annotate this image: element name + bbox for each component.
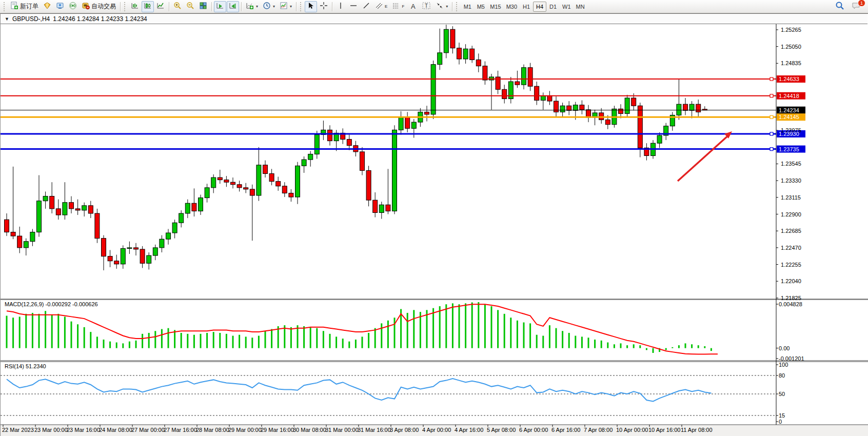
auto-scroll-button[interactable] bbox=[214, 1, 226, 12]
svg-text:1.22255: 1.22255 bbox=[781, 262, 801, 268]
svg-text:1.24835: 1.24835 bbox=[781, 60, 801, 66]
svg-text:100: 100 bbox=[779, 362, 788, 368]
toolbar-separator bbox=[332, 2, 332, 11]
svg-text:1.23330: 1.23330 bbox=[781, 177, 801, 184]
candlestick-icon bbox=[144, 2, 152, 11]
channel-tag: E bbox=[385, 4, 387, 9]
zoom-in-icon bbox=[173, 2, 182, 11]
svg-text:1.23545: 1.23545 bbox=[781, 161, 801, 167]
equidistant-channel-tool-button[interactable]: E bbox=[373, 1, 389, 12]
toolbar-grip[interactable] bbox=[4, 2, 6, 11]
svg-text:10 Apr 00:00: 10 Apr 00:00 bbox=[616, 427, 648, 433]
svg-text:22 Mar 2023: 22 Mar 2023 bbox=[2, 427, 34, 433]
monitor-person-icon bbox=[56, 2, 64, 11]
svg-text:27 Mar 00:00: 27 Mar 00:00 bbox=[131, 427, 165, 433]
chart-profiles-button[interactable] bbox=[41, 1, 53, 12]
timeframe-m1-button[interactable]: M1 bbox=[461, 2, 474, 12]
chart-canvas[interactable]: MACD(12,26,9) -0.000292 -0.000626RSI(14)… bbox=[1, 14, 868, 436]
arrows-icon bbox=[436, 2, 444, 11]
chart-window: ▼ GBPUSD-,H4 1.24246 1.24284 1.24233 1.2… bbox=[0, 13, 868, 436]
svg-text:1.23115: 1.23115 bbox=[781, 194, 801, 201]
timeframe-m15-button[interactable]: M15 bbox=[487, 2, 503, 12]
trendline-icon bbox=[362, 2, 370, 11]
line-chart-type-button[interactable] bbox=[154, 1, 167, 12]
fibonacci-tool-button[interactable]: F bbox=[390, 1, 406, 12]
timeframe-m5-button[interactable]: M5 bbox=[474, 2, 487, 12]
toolbar-separator bbox=[169, 2, 169, 11]
svg-text:1.24145: 1.24145 bbox=[779, 114, 799, 120]
bar-chart-icon bbox=[131, 2, 139, 11]
channel-icon bbox=[375, 2, 383, 11]
toolbar-separator bbox=[241, 2, 242, 11]
crosshair-tool-button[interactable] bbox=[318, 1, 330, 12]
svg-text:0: 0 bbox=[779, 419, 782, 425]
zoom-in-button[interactable] bbox=[171, 1, 184, 12]
svg-text:29 Mar 16:00: 29 Mar 16:00 bbox=[261, 427, 294, 433]
svg-text:24 Mar 08:00: 24 Mar 08:00 bbox=[99, 427, 132, 433]
horizontal-line-icon bbox=[349, 2, 358, 11]
svg-text:1.22470: 1.22470 bbox=[781, 245, 801, 251]
timeframe-h1-button[interactable]: H1 bbox=[520, 2, 533, 12]
search-icon bbox=[835, 1, 844, 12]
main-toolbar: 新订单 自动交易 ▾ bbox=[0, 0, 868, 13]
text-tool-icon: A bbox=[411, 3, 416, 10]
toolbar-grip[interactable] bbox=[456, 2, 459, 11]
timeframe-h4-button[interactable]: H4 bbox=[533, 2, 546, 12]
dropdown-caret-icon: ▾ bbox=[446, 4, 448, 9]
svg-text:6 Apr 16:00: 6 Apr 16:00 bbox=[551, 427, 580, 433]
svg-text:28 Mar 08:00: 28 Mar 08:00 bbox=[196, 427, 229, 433]
toolbar-grip[interactable] bbox=[300, 2, 303, 11]
svg-text:1.25050: 1.25050 bbox=[781, 44, 801, 50]
timeframe-mn-button[interactable]: MN bbox=[574, 2, 587, 12]
svg-text:1.24234: 1.24234 bbox=[779, 107, 799, 113]
svg-text:23 Mar 00:00: 23 Mar 00:00 bbox=[34, 427, 68, 433]
signals-button[interactable] bbox=[67, 1, 79, 12]
bar-chart-type-button[interactable] bbox=[129, 1, 141, 12]
templates-button[interactable]: ▾ bbox=[278, 1, 294, 12]
auto-trading-label: 自动交易 bbox=[91, 2, 116, 11]
new-order-icon bbox=[10, 2, 18, 11]
zoom-out-icon bbox=[186, 2, 194, 11]
indicators-button[interactable]: ▾ bbox=[244, 1, 260, 12]
svg-text:0.004828: 0.004828 bbox=[779, 301, 802, 307]
zoom-out-button[interactable] bbox=[184, 1, 196, 12]
svg-text:15: 15 bbox=[779, 412, 785, 419]
toolbar-separator bbox=[296, 2, 297, 11]
search-button[interactable] bbox=[833, 1, 846, 12]
new-order-button[interactable]: 新订单 bbox=[8, 1, 41, 12]
toolbar-grip[interactable] bbox=[124, 2, 127, 11]
horizontal-line-tool-button[interactable] bbox=[347, 1, 360, 12]
svg-text:1.24633: 1.24633 bbox=[779, 76, 799, 82]
svg-text:29 Mar 00:00: 29 Mar 00:00 bbox=[228, 427, 262, 433]
gold-gem-icon bbox=[43, 2, 51, 11]
timeframe-m30-button[interactable]: M30 bbox=[504, 2, 520, 12]
text-label-tool-button[interactable]: T bbox=[420, 1, 433, 12]
toolbar-separator bbox=[211, 2, 212, 11]
svg-text:27 Mar 16:00: 27 Mar 16:00 bbox=[164, 427, 197, 433]
chart-ohlc-readout: 1.24246 1.24284 1.24233 1.24234 bbox=[53, 15, 147, 23]
svg-text:1.21825: 1.21825 bbox=[781, 295, 801, 301]
svg-text:23 Mar 16:00: 23 Mar 16:00 bbox=[67, 427, 100, 433]
clock-icon bbox=[263, 2, 271, 11]
dropdown-caret-icon: ▾ bbox=[256, 4, 258, 9]
candlestick-chart-type-button[interactable] bbox=[142, 1, 154, 12]
notification-count-badge: 1 bbox=[858, 0, 865, 7]
trendline-tool-button[interactable] bbox=[360, 1, 372, 12]
cursor-tool-button[interactable] bbox=[305, 1, 317, 12]
market-watch-button[interactable] bbox=[54, 1, 66, 12]
text-tool-button[interactable]: A bbox=[407, 1, 419, 12]
cursor-arrow-icon bbox=[307, 2, 315, 11]
arrows-tool-button[interactable]: ▾ bbox=[433, 1, 450, 12]
rsi-label: RSI(14) 51.2340 bbox=[5, 363, 46, 369]
vertical-line-tool-button[interactable] bbox=[334, 1, 347, 12]
chart-shift-button[interactable] bbox=[227, 1, 239, 12]
tile-windows-button[interactable] bbox=[197, 1, 209, 12]
timeframe-w1-button[interactable]: W1 bbox=[560, 2, 574, 12]
timeframe-d1-button[interactable]: D1 bbox=[546, 2, 560, 12]
auto-trading-button[interactable]: 自动交易 bbox=[80, 1, 118, 12]
svg-text:1.25265: 1.25265 bbox=[781, 27, 801, 33]
notifications-button[interactable]: 1 bbox=[850, 1, 863, 12]
chart-symbol-title: GBPUSD-,H4 bbox=[12, 15, 50, 23]
periods-button[interactable]: ▾ bbox=[261, 1, 277, 12]
chart-title-bar[interactable]: ▼ GBPUSD-,H4 1.24246 1.24284 1.24233 1.2… bbox=[1, 14, 867, 24]
